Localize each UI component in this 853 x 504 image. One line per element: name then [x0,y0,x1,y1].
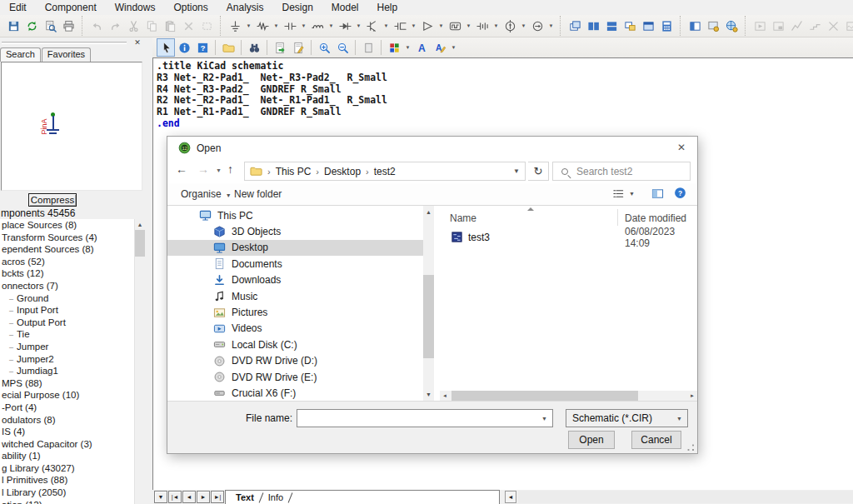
cascade-windows-button[interactable] [566,17,584,35]
ground-button[interactable] [226,17,244,35]
breadcrumb[interactable]: ›This PC›Desktop›test2 ▼ [244,162,526,181]
inductor-button[interactable] [308,17,327,35]
component-list-item[interactable]: Jumdiag1 [0,365,134,377]
sidebar-tab-search[interactable]: Search [0,47,41,62]
breadcrumb-item[interactable]: This PC [276,166,312,177]
capacitor-button[interactable] [281,17,299,35]
resistor-button[interactable] [253,17,272,35]
pulse-source-dropdown-icon[interactable]: ▼ [464,17,473,35]
menu-windows[interactable]: Windows [106,0,165,15]
menu-design[interactable]: Design [272,0,322,15]
new-folder-button[interactable]: New folder [234,188,282,200]
font-button[interactable]: A [412,38,431,57]
component-info-button[interactable] [175,38,193,57]
mosfet-button[interactable] [391,17,409,35]
component-list-item[interactable]: Tie [0,328,134,341]
scroll-up-icon[interactable]: ▲ [423,206,434,218]
resize-grip[interactable] [687,444,695,452]
file-name-combobox[interactable]: ▼ [297,409,553,427]
scroll-left-icon[interactable]: ◄ [440,391,450,401]
refresh-icon[interactable]: ↻ [528,162,549,181]
select-cursor-button[interactable] [157,38,175,57]
menu-component[interactable]: Component [36,0,106,15]
capacitor-dropdown-icon[interactable]: ▼ [299,17,308,35]
tile-horizontal-button[interactable] [602,17,621,35]
component-list-item[interactable]: Jumper [0,341,134,353]
mosfet-dropdown-icon[interactable]: ▼ [409,17,418,35]
up-icon[interactable]: ↑ [227,162,233,176]
place-item-downloads[interactable]: Downloads [167,272,423,288]
preview-pane-icon[interactable] [651,187,664,200]
component-list-item[interactable]: acros (52) [0,256,134,268]
component-list-scrollbar[interactable]: ▲ [134,219,144,504]
file-type-select[interactable]: Schematic (*.CIR) ▼ [566,409,688,427]
page-tab-info[interactable]: Info [262,492,290,502]
prev-tab-icon[interactable]: ◄ [182,491,196,503]
open-button[interactable]: Open [568,431,615,449]
place-item-desktop[interactable]: Desktop [167,240,423,256]
next-tab-icon[interactable]: ► [197,491,210,503]
netlist-editor[interactable]: .title KiCad schematicR3 Net-_R2-Pad1_ N… [153,58,853,130]
view-mode-button[interactable]: ▼ [612,187,635,200]
component-list-item[interactable]: ability (1) [0,450,134,462]
opamp-button[interactable] [418,17,436,35]
hscroll-left-icon[interactable]: ◄ [505,491,516,503]
component-list-item[interactable]: ecial Purpose (10) [0,389,134,402]
column-divider[interactable] [617,209,618,226]
menu-analysis[interactable]: Analysis [217,0,273,15]
component-list-item[interactable]: odulators (8) [0,414,134,427]
compress-button[interactable]: Compress [28,193,77,207]
copy-page-button[interactable] [359,38,377,57]
places-scrollbar[interactable]: ▲ ▼ [423,206,434,401]
inductor-dropdown-icon[interactable]: ▼ [327,17,336,35]
cancel-button[interactable]: Cancel [631,431,681,449]
component-list-item[interactable]: onnectors (7) [0,280,134,292]
refresh-button[interactable] [22,17,41,35]
battery-button[interactable] [473,17,491,35]
component-list-item[interactable]: bckts (12) [0,267,134,280]
pulse-source-button[interactable] [446,17,464,35]
component-list-item[interactable]: IS (4) [0,426,134,438]
font-style-dropdown-icon[interactable]: ▼ [449,38,458,57]
column-header-date[interactable]: Date modified [625,212,686,224]
search-box[interactable] [552,162,691,181]
edit-list-button[interactable] [289,38,307,57]
ground-dropdown-icon[interactable]: ▼ [244,17,253,35]
panel-close-icon[interactable]: ✕ [132,37,143,47]
place-item-local-disk-c-[interactable]: Local Disk (C:) [167,337,423,352]
resistor-dropdown-icon[interactable]: ▼ [272,17,281,35]
sidebar-tab-favorites[interactable]: Favorites [42,47,91,62]
scroll-thumb[interactable] [451,391,638,401]
tile-vertical-button[interactable] [584,17,602,35]
menu-model[interactable]: Model [322,0,368,15]
open-folder-button[interactable] [219,38,237,57]
component-list-item[interactable]: l Library (2050) [0,487,134,499]
hscroll-track[interactable] [518,491,853,503]
file-name-input[interactable] [301,411,534,426]
menu-help[interactable]: Help [368,0,407,15]
voltage-source-dropdown-icon[interactable]: ▼ [519,17,528,35]
component-list-item[interactable]: MPS (88) [0,377,134,390]
transistor-button[interactable] [363,17,382,35]
component-list-item[interactable]: Output Port [0,317,134,329]
first-tab-icon[interactable]: |◄ [168,491,182,503]
component-list-item[interactable]: Input Port [0,304,134,317]
zoom-in-button[interactable] [315,38,333,57]
place-item-3d-objects[interactable]: 3D Objects [167,223,423,239]
component-list-item[interactable]: witched Capacitor (3) [0,438,134,451]
transistor-dropdown-icon[interactable]: ▼ [382,17,391,35]
place-item-crucial-x6-f-[interactable]: Crucial X6 (F:) [167,385,423,401]
scroll-up-icon[interactable]: ▲ [135,219,145,230]
panel-grip[interactable] [2,42,127,44]
diode-dropdown-icon[interactable]: ▼ [354,17,363,35]
place-item-documents[interactable]: Documents [167,256,423,272]
menu-options[interactable]: Options [164,0,217,15]
component-list-item[interactable]: -Port (4) [0,402,134,414]
overlap-windows-button[interactable] [621,17,639,35]
column-header-name[interactable]: Name [450,212,476,224]
last-tab-icon[interactable]: ►| [211,491,224,503]
menu-dropdown-icon[interactable]: ▼ [154,491,167,503]
calculator-button[interactable] [657,17,676,35]
organise-button[interactable]: Organise▼ [181,188,232,200]
component-list-item[interactable]: l Primitives (88) [0,474,134,487]
